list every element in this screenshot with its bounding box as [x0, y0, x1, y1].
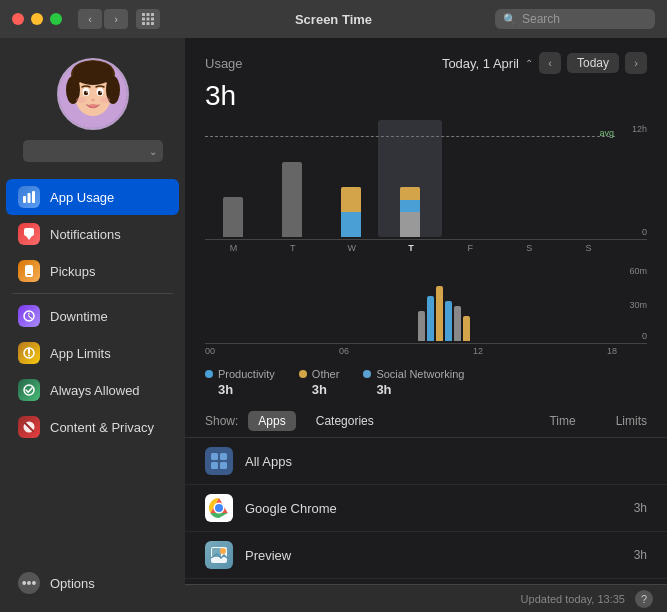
sidebar: ⌄ App Usage: [0, 38, 185, 612]
pickups-icon: [18, 260, 40, 282]
svg-point-34: [28, 355, 30, 357]
legend-text-social: Social Networking: [376, 368, 464, 380]
back-button[interactable]: ‹: [78, 9, 102, 29]
help-button[interactable]: ?: [635, 590, 653, 608]
legend-label-productivity: Productivity: [205, 368, 275, 380]
app-row-preview[interactable]: Preview 3h: [185, 532, 667, 579]
app-limits-icon: [18, 342, 40, 364]
app-usage-icon: [18, 186, 40, 208]
legend-value-productivity: 3h: [205, 382, 275, 397]
titlebar: ‹ › Screen Time 🔍: [0, 0, 667, 38]
today-button[interactable]: Today: [567, 53, 619, 73]
date-nav: Today, 1 April ⌃ ‹ Today ›: [442, 52, 647, 74]
status-bar: Updated today, 13:35 ?: [185, 584, 667, 612]
svg-point-20: [100, 91, 102, 93]
show-bar: Show: Apps Categories Time Limits: [185, 405, 667, 438]
app-row-chrome[interactable]: Google Chrome 3h: [185, 485, 667, 532]
bar-h3: [436, 286, 443, 341]
app-name-chrome: Google Chrome: [245, 501, 595, 516]
chart-label-0h: 0: [642, 331, 647, 341]
time-label-12: 12: [473, 346, 483, 356]
sidebar-item-label: App Usage: [50, 190, 114, 205]
minimize-button[interactable]: [31, 13, 43, 25]
date-text: Today, 1 April: [442, 56, 519, 71]
sidebar-item-content-privacy[interactable]: Content & Privacy: [6, 409, 179, 445]
tab-categories[interactable]: Categories: [306, 411, 384, 431]
svg-marker-29: [26, 236, 32, 240]
col-limits-header: Limits: [616, 414, 647, 428]
always-allowed-icon: [18, 379, 40, 401]
svg-rect-31: [27, 274, 31, 275]
sidebar-item-app-usage[interactable]: App Usage: [6, 179, 179, 215]
svg-rect-3: [142, 18, 145, 21]
usage-time: 3h: [185, 78, 667, 120]
sidebar-item-notifications[interactable]: Notifications: [6, 216, 179, 252]
chart-label-0: 0: [642, 227, 647, 237]
content-area: Usage Today, 1 April ⌃ ‹ Today › 3h 12h …: [185, 38, 667, 612]
svg-rect-41: [220, 462, 227, 469]
downtime-icon: [18, 305, 40, 327]
sidebar-bottom: ••• Options: [0, 558, 185, 612]
app-icon-preview: [205, 541, 233, 569]
time-label-00: 00: [205, 346, 215, 356]
user-dropdown[interactable]: ⌄: [23, 140, 163, 162]
grid-button[interactable]: [136, 9, 160, 29]
chevron-down-icon: ⌄: [149, 146, 157, 157]
svg-point-12: [73, 61, 113, 85]
svg-rect-26: [28, 193, 31, 203]
main-layout: ⌄ App Usage: [0, 38, 667, 612]
date-expand-icon[interactable]: ⌃: [525, 58, 533, 69]
day-label-S2: S: [560, 243, 617, 253]
bar-M: [223, 197, 243, 237]
bar-W: [341, 187, 361, 237]
svg-rect-38: [211, 453, 218, 460]
chart-label-12h: 12h: [632, 124, 647, 134]
app-row-all-apps[interactable]: All Apps: [185, 438, 667, 485]
legend-item-other: Other 3h: [299, 368, 340, 397]
sidebar-item-pickups[interactable]: Pickups: [6, 253, 179, 289]
legend-item-social: Social Networking 3h: [363, 368, 464, 397]
svg-point-19: [86, 91, 88, 93]
legend-dot-social: [363, 370, 371, 378]
sidebar-item-label: Always Allowed: [50, 383, 140, 398]
search-input[interactable]: [522, 12, 647, 26]
search-icon: 🔍: [503, 13, 517, 26]
sidebar-item-always-allowed[interactable]: Always Allowed: [6, 372, 179, 408]
next-arrow[interactable]: ›: [625, 52, 647, 74]
day-label-S1: S: [501, 243, 558, 253]
svg-rect-2: [151, 13, 154, 16]
sidebar-item-app-limits[interactable]: App Limits: [6, 335, 179, 371]
legend-item-productivity: Productivity 3h: [205, 368, 275, 397]
bar-h2: [427, 296, 434, 341]
time-label-06: 06: [339, 346, 349, 356]
bar-group-T1: [264, 120, 320, 237]
svg-rect-5: [151, 18, 154, 21]
tab-apps[interactable]: Apps: [248, 411, 295, 431]
svg-rect-30: [25, 265, 33, 277]
search-bar[interactable]: 🔍: [495, 9, 655, 29]
bar-T2: [400, 187, 420, 237]
app-time-chrome: 3h: [607, 501, 647, 515]
svg-point-23: [76, 97, 86, 103]
chart-area-daily: 12h 0 avg: [185, 120, 667, 260]
sidebar-item-label: App Limits: [50, 346, 111, 361]
chart-container-daily: 12h 0 avg: [205, 120, 647, 240]
legend: Productivity 3h Other 3h Social Networki…: [185, 360, 667, 405]
options-item[interactable]: ••• Options: [12, 566, 173, 600]
forward-button[interactable]: ›: [104, 9, 128, 29]
close-button[interactable]: [12, 13, 24, 25]
sidebar-item-downtime[interactable]: Downtime: [6, 298, 179, 334]
avatar: [57, 58, 129, 130]
window-title: Screen Time: [295, 12, 372, 27]
fullscreen-button[interactable]: [50, 13, 62, 25]
chart-area-hourly: 60m 30m 0 00 06 12: [185, 260, 667, 360]
day-label-W: W: [323, 243, 380, 253]
bar-h1: [418, 311, 425, 341]
col-time-header: Time: [549, 414, 575, 428]
svg-point-45: [215, 504, 223, 512]
hourly-bars: [205, 264, 647, 343]
prev-arrow[interactable]: ‹: [539, 52, 561, 74]
svg-rect-6: [142, 22, 145, 25]
app-name-preview: Preview: [245, 548, 595, 563]
sidebar-divider: [12, 293, 173, 294]
